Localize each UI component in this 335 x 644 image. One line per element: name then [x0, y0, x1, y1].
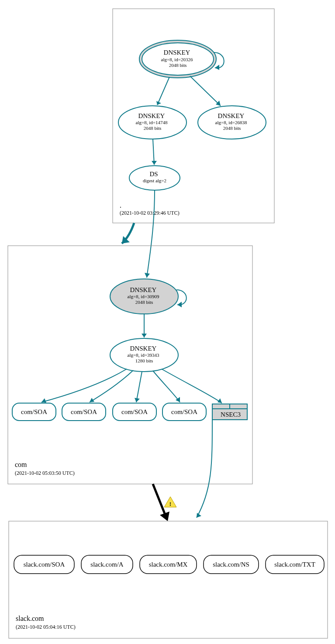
zone-com-name: com: [15, 461, 27, 468]
svg-marker-41: [135, 398, 140, 402]
node-com-soa4: com/SOA: [162, 403, 206, 421]
svg-text:com/SOA: com/SOA: [121, 408, 148, 415]
edge-root-ksk-zsk2: [190, 76, 221, 106]
zone-root-name: .: [120, 202, 121, 209]
node-slack-soa: slack.com/SOA: [14, 555, 74, 574]
edge-nsec3-to-slack: [197, 420, 212, 518]
zone-root: . (2021-10-02 03:29:46 UTC) DNSKEY alg=8…: [113, 9, 274, 223]
svg-text:com/SOA: com/SOA: [21, 408, 47, 415]
svg-text:com: com: [15, 461, 27, 468]
zone-slack-name: slack.com: [16, 615, 44, 622]
svg-text:slack.com/SOA: slack.com/SOA: [24, 561, 65, 568]
node-slack-txt: slack.com/TXT: [266, 555, 324, 574]
svg-text:(2021-10-02 03:29:46 UTC): (2021-10-02 03:29:46 UTC): [120, 210, 180, 216]
svg-text:slack.com/MX: slack.com/MX: [149, 561, 188, 568]
svg-text:(2021-10-02 05:04:16 UTC): (2021-10-02 05:04:16 UTC): [16, 624, 76, 630]
zone-slack-timestamp: (2021-10-02 05:04:16 UTC): [16, 624, 76, 630]
node-com-soa1: com/SOA: [12, 403, 56, 421]
svg-marker-6: [215, 65, 219, 70]
svg-text:.: .: [120, 202, 121, 209]
svg-text:slack.com/TXT: slack.com/TXT: [274, 561, 315, 568]
node-root-zsk1: DNSKEY alg=8, id=14748 2048 bits: [118, 106, 186, 139]
edge-root-ksk-zsk1: [157, 77, 169, 105]
svg-text:(2021-10-02 05:03:50 UTC): (2021-10-02 05:03:50 UTC): [15, 470, 75, 476]
svg-text:slack.com/NS: slack.com/NS: [213, 561, 249, 568]
svg-marker-26: [142, 334, 147, 338]
svg-text:slack.com: slack.com: [16, 615, 44, 622]
node-com-nsec3: NSEC3: [212, 404, 247, 420]
zone-slack: slack.com (2021-10-02 05:04:16 UTC) slac…: [9, 521, 328, 638]
edge-com-zsk-nsec3: [162, 369, 222, 403]
warning-icon: !: [164, 497, 176, 507]
node-root-ksk: DNSKEY alg=8, id=20326 2048 bits: [139, 40, 216, 78]
svg-text:NSEC3: NSEC3: [221, 411, 241, 418]
edge-com-zsk-soa4: [153, 371, 180, 402]
zone-root-timestamp: (2021-10-02 03:29:46 UTC): [120, 210, 180, 216]
node-root-ds: DS digest alg=2: [129, 166, 180, 190]
node-root-zsk2: DNSKEY alg=8, id=26838 2048 bits: [198, 106, 266, 139]
svg-marker-23: [177, 302, 182, 307]
node-slack-a: slack.com/A: [81, 555, 133, 574]
svg-marker-17: [145, 273, 150, 278]
svg-text:!: !: [169, 501, 171, 507]
edge-com-zsk-soa2: [90, 370, 133, 402]
node-com-soa3: com/SOA: [113, 403, 156, 421]
edge-com-zsk-soa1: [41, 369, 127, 402]
svg-text:com/SOA: com/SOA: [71, 408, 97, 415]
zone-com-timestamp: (2021-10-02 05:03:50 UTC): [15, 470, 75, 476]
svg-rect-48: [9, 521, 328, 638]
node-com-soa2: com/SOA: [62, 403, 106, 421]
svg-text:slack.com/A: slack.com/A: [90, 561, 124, 568]
edge-ds-to-com-ksk: [147, 191, 155, 278]
edge-com-zsk-soa3: [136, 372, 142, 402]
node-slack-ns: slack.com/NS: [204, 555, 259, 574]
zone-com: com (2021-10-02 05:03:50 UTC) DNSKEY alg…: [8, 246, 252, 484]
node-slack-mx: slack.com/MX: [140, 555, 197, 574]
node-com-ksk: DNSKEY alg=8, id=30909 2048 bits: [110, 279, 178, 314]
svg-marker-15: [152, 161, 157, 165]
edge-com-to-slack: [153, 484, 166, 517]
svg-marker-39: [41, 398, 46, 403]
svg-text:com/SOA: com/SOA: [171, 408, 197, 415]
node-com-zsk: DNSKEY alg=8, id=39343 1280 bits: [110, 338, 178, 372]
